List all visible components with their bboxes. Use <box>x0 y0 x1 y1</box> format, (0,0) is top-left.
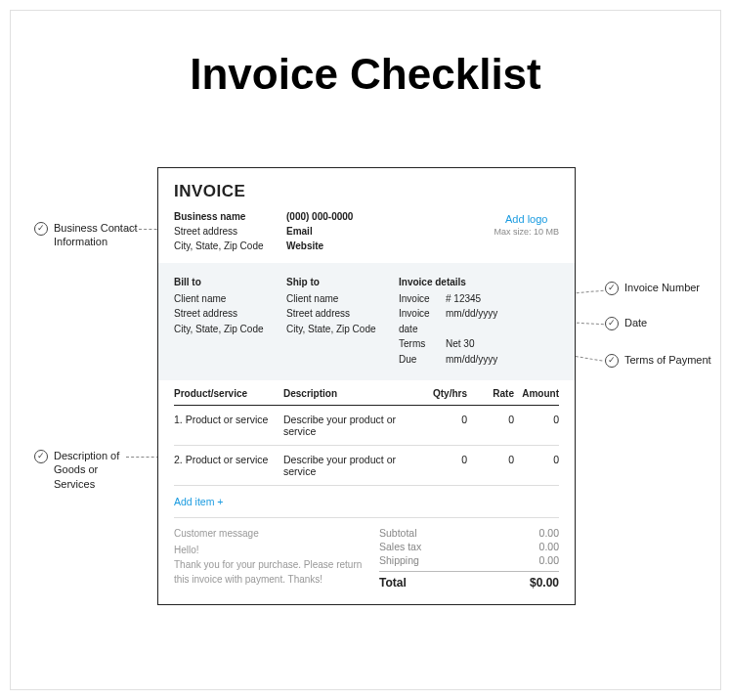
items-header-row: Product/service Description Qty/hrs Rate… <box>174 380 559 406</box>
message-heading: Customer message <box>174 526 379 541</box>
invoice-date-value: mm/dd/yyyy <box>446 306 497 336</box>
table-row: 1. Product or service Describe your prod… <box>174 406 559 446</box>
add-item-button[interactable]: Add item + <box>174 486 559 518</box>
customer-message: Customer message Hello! Thank you for yo… <box>174 526 379 591</box>
logo-subtext: Max size: 10 MB <box>494 227 559 237</box>
due-value: mm/dd/yyyy <box>446 352 497 368</box>
callout-date: Date <box>605 316 647 330</box>
col-amount: Amount <box>514 388 559 399</box>
callout-description: Description of Goods or Services <box>34 449 142 491</box>
callout-label: Business Contact Information <box>54 221 142 249</box>
tax-value: 0.00 <box>539 541 559 552</box>
check-icon <box>34 222 48 236</box>
phone: (000) 000-0000 <box>286 209 408 224</box>
invoice-date-label: Invoice date <box>399 306 446 336</box>
bill-to-heading: Bill to <box>174 275 286 290</box>
due-label: Due <box>399 352 446 368</box>
table-row: 2. Product or service Describe your prod… <box>174 446 559 486</box>
callout-invoice-number: Invoice Number <box>605 281 700 295</box>
shipping-label: Shipping <box>379 554 419 566</box>
business-name: Business name <box>174 209 286 224</box>
col-rate: Rate <box>467 388 514 399</box>
callout-label: Description of Goods or Services <box>54 449 142 491</box>
item-product: 2. Product or service <box>174 454 283 477</box>
callout-label: Date <box>624 316 647 329</box>
terms-value: Net 30 <box>446 336 474 352</box>
item-rate: 0 <box>467 454 514 477</box>
check-icon <box>605 282 619 295</box>
col-product: Product/service <box>174 388 283 399</box>
email: Email <box>286 224 408 239</box>
invoice-details-block: Invoice details Invoice# 12345 Invoice d… <box>399 275 559 367</box>
item-qty: 0 <box>420 414 467 437</box>
item-amount: 0 <box>514 414 559 437</box>
page-frame: Invoice Checklist Business Contact Infor… <box>10 10 721 690</box>
col-qty: Qty/hrs <box>420 388 467 399</box>
add-logo-link[interactable]: Add logo <box>494 213 559 225</box>
subtotal-value: 0.00 <box>539 527 559 539</box>
business-address: Business name Street address City, State… <box>174 209 286 253</box>
subtotal-label: Subtotal <box>379 527 417 539</box>
business-csz: City, State, Zip Code <box>174 239 286 253</box>
invoice-details-heading: Invoice details <box>399 275 559 290</box>
item-amount: 0 <box>514 454 559 477</box>
footer-row: Customer message Hello! Thank you for yo… <box>174 518 559 604</box>
bill-to-street: Street address <box>174 306 286 322</box>
tax-label: Sales tax <box>379 541 421 552</box>
invoice-number-value: # 12345 <box>446 291 481 307</box>
item-rate: 0 <box>467 414 514 437</box>
callout-label: Invoice Number <box>624 281 700 294</box>
item-qty: 0 <box>420 454 467 477</box>
item-desc: Describe your product or service <box>283 454 420 477</box>
ship-to-street: Street address <box>286 306 399 322</box>
items-section: Product/service Description Qty/hrs Rate… <box>158 380 575 604</box>
total-label: Total <box>379 576 407 590</box>
check-icon <box>605 354 619 368</box>
bill-to-name: Client name <box>174 291 286 307</box>
invoice-heading: INVOICE <box>174 182 559 201</box>
invoice-number-label: Invoice <box>399 291 446 307</box>
header-row: Business name Street address City, State… <box>174 209 559 253</box>
message-l1: Hello! <box>174 543 379 557</box>
total-value: $0.00 <box>530 576 559 590</box>
ship-to-csz: City, State, Zip Code <box>286 322 399 337</box>
shipping-value: 0.00 <box>539 554 559 566</box>
check-icon <box>34 450 48 463</box>
item-desc: Describe your product or service <box>283 414 420 437</box>
callout-business-contact: Business Contact Information <box>34 221 142 249</box>
totals-block: Subtotal0.00 Sales tax0.00 Shipping0.00 … <box>379 526 559 591</box>
details-band: Bill to Client name Street address City,… <box>158 263 575 380</box>
bill-to-csz: City, State, Zip Code <box>174 322 286 337</box>
ship-to-block: Ship to Client name Street address City,… <box>286 275 399 367</box>
contact-block: (000) 000-0000 Email Website <box>286 209 408 253</box>
business-street: Street address <box>174 224 286 239</box>
col-description: Description <box>283 388 420 399</box>
callout-terms: Terms of Payment <box>605 353 711 368</box>
website: Website <box>286 239 408 253</box>
check-icon <box>605 317 619 330</box>
terms-label: Terms <box>399 336 446 352</box>
card-header: INVOICE Business name Street address Cit… <box>158 168 575 263</box>
ship-to-heading: Ship to <box>286 275 399 290</box>
invoice-card: INVOICE Business name Street address Cit… <box>157 167 576 605</box>
ship-to-name: Client name <box>286 291 399 307</box>
logo-upload[interactable]: Add logo Max size: 10 MB <box>494 209 559 253</box>
message-l2: Thank you for your purchase. Please retu… <box>174 557 379 587</box>
bill-to-block: Bill to Client name Street address City,… <box>174 275 286 367</box>
item-product: 1. Product or service <box>174 414 283 437</box>
callout-label: Terms of Payment <box>624 353 711 367</box>
page-title: Invoice Checklist <box>11 50 720 99</box>
